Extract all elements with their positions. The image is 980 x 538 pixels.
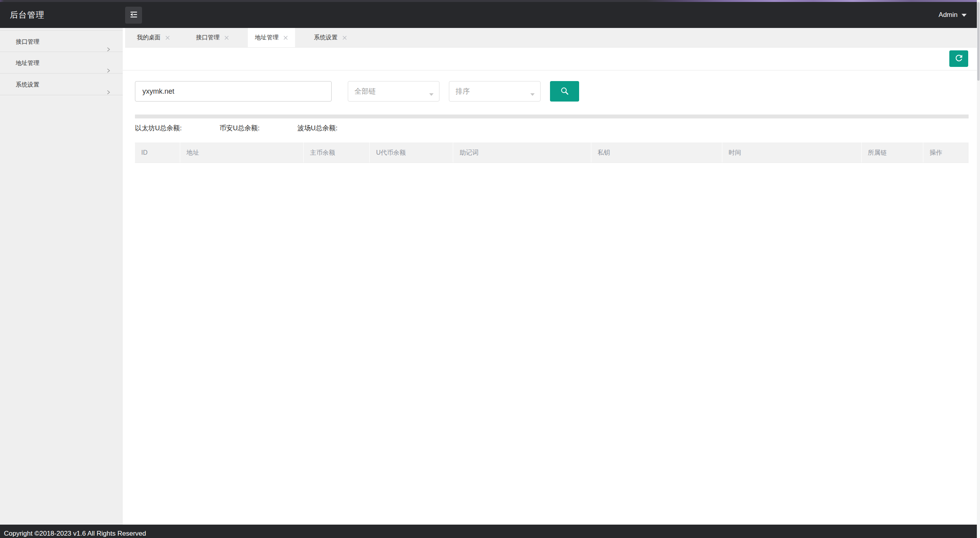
sort-select[interactable]: 排序 [449, 81, 541, 102]
refresh-icon [954, 53, 964, 65]
chevron-right-icon [106, 82, 111, 104]
sidebar-item-2[interactable]: 系统设置 [0, 74, 123, 95]
admin-user-menu[interactable]: Admin [939, 2, 967, 28]
caret-down-icon [530, 91, 535, 98]
copyright-text: Copyright ©2018-2023 v1.6 All Rights Res… [4, 530, 146, 537]
column-header-3: U代币余额 [370, 142, 453, 163]
tab-label: 系统设置 [314, 34, 338, 41]
sidebar-item-label: 系统设置 [16, 81, 39, 88]
column-header-2: 主币余额 [304, 142, 370, 163]
stat-label-0: 以太坊U总余额: [135, 124, 182, 133]
admin-user-label: Admin [939, 11, 958, 19]
sidebar-item-label: 接口管理 [16, 38, 39, 45]
tab-close-icon[interactable] [342, 35, 347, 40]
tab-close-icon[interactable] [165, 35, 170, 40]
scrollbar-thumb[interactable] [977, 2, 980, 81]
open-tabs-bar: 我的桌面 接口管理 地址管理 系统设置 [125, 28, 977, 48]
column-header-6: 时间 [722, 142, 862, 163]
sidebar-item-1[interactable]: 地址管理 [0, 52, 123, 74]
tab-label: 接口管理 [196, 34, 220, 41]
column-header-0: ID [135, 142, 180, 163]
top-header-bar: 后台管理 Admin [0, 2, 980, 28]
stat-label-1: 币安U总余额: [220, 124, 260, 133]
chain-select[interactable]: 全部链 [348, 81, 439, 102]
column-header-7: 所属链 [862, 142, 923, 163]
address-table-header: ID地址主币余额U代币余额助记词私钥时间所属链操作 [135, 142, 969, 163]
tab-label: 地址管理 [255, 34, 279, 41]
sidebar-nav: 接口管理 地址管理 系统设置 [0, 28, 123, 525]
balance-stats-row: 以太坊U总余额:币安U总余额:波场U总余额: [135, 124, 969, 133]
page-toolbar [123, 48, 977, 70]
refresh-button[interactable] [949, 50, 968, 67]
sidebar-item-0[interactable]: 接口管理 [0, 30, 123, 52]
search-input[interactable] [135, 81, 332, 102]
search-button[interactable] [550, 81, 579, 102]
tab-2[interactable]: 地址管理 [248, 28, 295, 47]
filter-row: 全部链 排序 [135, 81, 977, 102]
sidebar-collapse-button[interactable] [125, 7, 142, 24]
column-header-8: 操作 [923, 142, 969, 163]
column-header-5: 私钥 [591, 142, 722, 163]
chevron-down-icon [962, 11, 967, 19]
app-title: 后台管理 [10, 2, 44, 28]
tab-label: 我的桌面 [137, 34, 161, 41]
stat-label-2: 波场U总余额: [297, 124, 338, 133]
collapsed-panel-strip [135, 115, 969, 118]
collapse-menu-icon [129, 10, 138, 20]
caret-down-icon [429, 91, 434, 98]
search-icon [559, 86, 570, 97]
column-header-1: 地址 [180, 142, 304, 163]
sidebar-item-label: 地址管理 [16, 59, 39, 66]
tab-close-icon[interactable] [283, 35, 288, 40]
chain-select-value: 全部链 [348, 81, 439, 101]
tab-close-icon[interactable] [224, 35, 229, 40]
tab-1[interactable]: 接口管理 [189, 28, 236, 47]
footer-bar: Copyright ©2018-2023 v1.6 All Rights Res… [0, 525, 980, 538]
tab-3[interactable]: 系统设置 [307, 28, 354, 47]
main-content: 全部链 排序 以太坊U总余额:币安U总余额:波场U总余额: ID地址主币余额U代… [123, 71, 977, 525]
tab-0[interactable]: 我的桌面 [130, 28, 177, 47]
sort-select-value: 排序 [449, 81, 540, 101]
column-header-4: 助记词 [453, 142, 591, 163]
scrollbar[interactable] [977, 0, 980, 538]
